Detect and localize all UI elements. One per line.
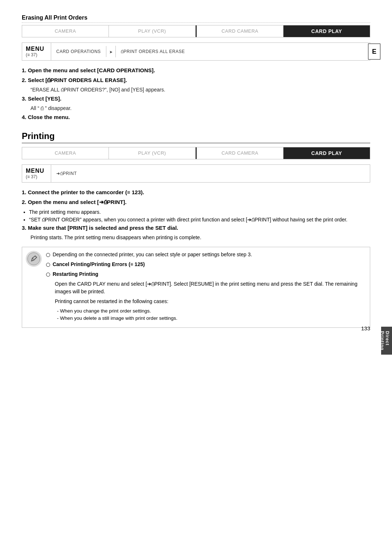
section2-step3-sub: Printing starts. The print setting menu … [30,234,370,240]
note-box: Depending on the connected printer, you … [22,247,370,328]
section2-tab-bar: CAMERA PLAY (VCR) CARD CAMERA CARD PLAY [22,147,370,159]
section2-step2: 2. Open the menu and select [➜⎙PRINT]. [22,199,370,205]
section1-step2-text: Select [⎙PRINT ORDERS ALL ERASE]. [28,77,127,83]
note-dash-list: When you change the print order settings… [57,307,366,322]
right-sidebar-label: Direct Printing [381,327,392,355]
section1-tab-bar: CAMERA PLAY (VCR) CARD CAMERA CARD PLAY [22,25,370,37]
section1-step3-text: Select [YES]. [28,95,62,102]
tab-camera-2[interactable]: CAMERA [22,147,109,159]
section1-step3-sub: All “ ⎙ ” disappear. [30,105,370,111]
section1-menu-label: MENU (≡ 37) [22,43,51,60]
section2-step1-text: Connect the printer to the camcorder (≡ … [28,189,144,195]
section1-menu-content: CARD OPERATIONS ⎙PRINT ORDERS ALL ERASE [51,43,370,60]
note-sub-heading1: Cancel Printing/Printing Errors (≡ 125) [46,261,366,268]
section1-step2-sub: “ERASE ALL ⎙PRINT ORDERS?”, [NO] and [YE… [30,87,370,93]
dash-item-2: When you delete a still image with print… [57,315,366,322]
letter-tab-e: E [368,44,380,60]
section2-menu-row: MENU (≡ 37) ➜⎙PRINT [22,164,370,183]
tab-card-camera-1[interactable]: CARD CAMERA [197,25,283,37]
section2-bullets: The print setting menu appears. “SET ⎙PR… [29,209,370,223]
svg-point-0 [28,253,40,265]
letter-tab-label: E [372,48,376,56]
section1-step4: 4. Close the menu. [22,114,370,120]
section1-step2: 2. Select [⎙PRINT ORDERS ALL ERASE]. [22,77,370,83]
section2-heading: Printing [22,131,370,143]
section2-menu-label: MENU (≡ 37) [22,165,51,182]
section1-menu-row: MENU (≡ 37) CARD OPERATIONS ⎙PRINT ORDER… [22,42,370,61]
section1-menu-cell-1: CARD OPERATIONS [51,46,106,57]
section1-menu-cell-2: ⎙PRINT ORDERS ALL ERASE [116,46,190,57]
bullet-item-1: The print setting menu appears. [29,209,370,215]
section1-step1-text: Open the menu and select [CARD OPERATION… [28,67,155,73]
note-sub-heading2: Restarting Printing [46,270,366,278]
section2-step1: 1. Connect the printer to the camcorder … [22,189,370,195]
tab-play-vcr-1[interactable]: PLAY (VCR) [109,25,196,37]
note-icon [26,251,42,267]
section2-menu-cell-1: ➜⎙PRINT [51,168,82,179]
bullet-item-2: “SET ⎙PRINT ORDER” appears, when you con… [29,217,370,223]
section2-step2-text: Open the menu and select [➜⎙PRINT]. [28,199,127,205]
section1-step3: 3. Select [YES]. [22,95,370,102]
tab-card-play-2[interactable]: CARD PLAY [283,147,370,159]
section1-menu-arrow [106,46,116,57]
section2-step3: 3. Make sure that [PRINT] is selected an… [22,225,370,231]
note-pencil-icon [27,252,40,265]
tab-play-vcr-2[interactable]: PLAY (VCR) [109,147,196,159]
note-cannot-restart: Printing cannot be restarted in the foll… [55,298,366,305]
section2-step3-text: Make sure that [PRINT] is selected and p… [28,225,178,231]
section-printing: Printing CAMERA PLAY (VCR) CARD CAMERA C… [22,131,370,328]
section1-step4-text: Close the menu. [28,114,70,120]
note-bullet1: Depending on the connected printer, you … [46,251,366,258]
page-number: 133 [361,325,370,331]
section1-step1: 1. Open the menu and select [CARD OPERAT… [22,67,370,73]
section-erasing: Erasing All Print Orders CAMERA PLAY (VC… [22,15,370,120]
section1-heading: Erasing All Print Orders [22,15,370,23]
dash-item-1: When you change the print order settings… [57,307,366,315]
note-content: Depending on the connected printer, you … [46,251,366,324]
tab-card-camera-2[interactable]: CARD CAMERA [197,147,283,159]
tab-card-play-1[interactable]: CARD PLAY [283,25,370,37]
section2-menu-content: ➜⎙PRINT [51,165,370,182]
tab-camera-1[interactable]: CAMERA [22,25,109,37]
page-container: E Erasing All Print Orders CAMERA PLAY (… [0,0,392,342]
note-restart-text: Open the CARD PLAY menu and select [➜⎙PR… [55,280,366,295]
